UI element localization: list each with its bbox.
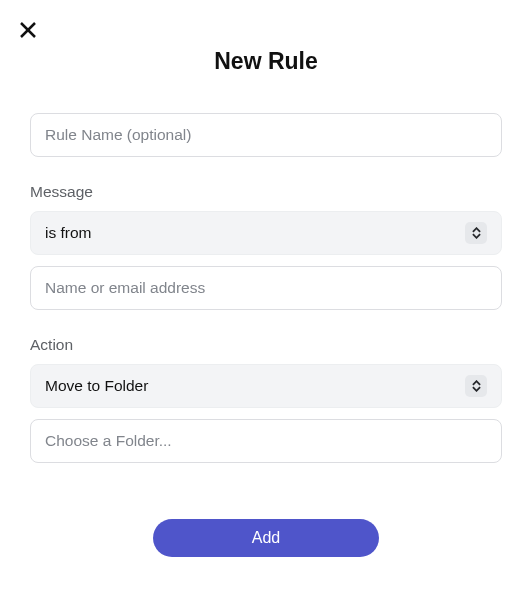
folder-select[interactable]: Choose a Folder... [30, 419, 502, 463]
action-select-value: Move to Folder [45, 377, 148, 395]
close-button[interactable] [16, 18, 40, 42]
folder-select-placeholder: Choose a Folder... [45, 432, 172, 450]
rule-form: Message is from Action Move to Folder Ch… [0, 83, 532, 557]
message-condition-value: is from [45, 224, 92, 242]
action-section-label: Action [30, 336, 502, 354]
chevron-up-down-icon [465, 375, 487, 397]
chevron-up-down-icon [465, 222, 487, 244]
from-input[interactable] [30, 266, 502, 310]
rule-name-input[interactable] [30, 113, 502, 157]
close-icon [19, 21, 37, 39]
add-button[interactable]: Add [153, 519, 379, 557]
action-select[interactable]: Move to Folder [30, 364, 502, 408]
message-section-label: Message [30, 183, 502, 201]
page-title: New Rule [0, 0, 532, 83]
message-condition-select[interactable]: is from [30, 211, 502, 255]
